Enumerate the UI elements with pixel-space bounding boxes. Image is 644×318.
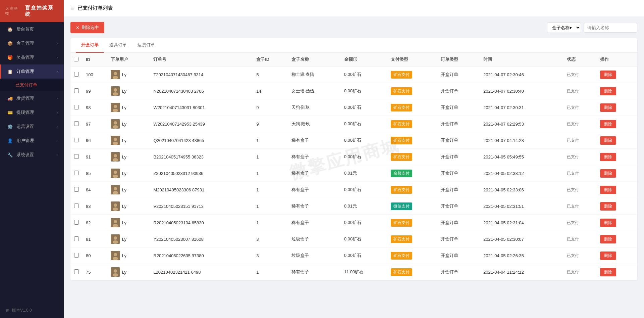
row-checkbox[interactable] [74, 121, 79, 126]
username: Ly [122, 253, 126, 258]
brand-label: 大润科技 [5, 6, 22, 16]
sidebar-item-user[interactable]: 👤 用户管理 › [0, 134, 64, 148]
sidebar-item-withdraw[interactable]: 💳 提现管理 › [0, 105, 64, 120]
row-checkbox[interactable] [74, 171, 79, 175]
row-checkbox[interactable] [74, 236, 79, 241]
row-box-id: 14 [253, 83, 288, 99]
row-checkbox[interactable] [74, 253, 79, 258]
delete-row-button[interactable]: 删除 [600, 120, 616, 128]
pay-type-badge: 矿石支付 [391, 104, 412, 111]
select-all-checkbox[interactable] [74, 57, 78, 61]
col-header-7: 支付类型 [387, 53, 437, 66]
row-checkbox[interactable] [74, 88, 79, 93]
row-order-type: 开盒订单 [437, 99, 480, 116]
box-icon: 📦 [7, 41, 13, 46]
delete-row-button[interactable]: 删除 [600, 252, 616, 260]
tabs-bar: 开盒订单道具订单运费订单 [70, 38, 637, 53]
delete-row-button[interactable]: 删除 [600, 235, 616, 243]
row-checkbox[interactable] [74, 72, 79, 77]
menu-toggle-icon[interactable]: ≡ [70, 5, 74, 12]
svg-point-37 [114, 269, 117, 273]
arrow-icon-box: › [56, 41, 58, 45]
row-user: Ly [107, 132, 150, 149]
row-box-name: 天狗·陆玖 [288, 99, 341, 116]
row-checkbox[interactable] [74, 105, 79, 109]
row-checkbox-cell [70, 149, 83, 165]
row-user: Ly [107, 247, 150, 264]
row-pay-type: 矿石支付 [387, 83, 437, 99]
row-amount: 0.00矿石 [341, 215, 387, 231]
svg-point-26 [113, 208, 118, 211]
row-checkbox[interactable] [74, 203, 79, 208]
sidebar-subitem-paid-orders[interactable]: 已支付订单 [0, 79, 64, 91]
row-actions: 删除 [597, 116, 637, 132]
svg-point-10 [114, 121, 117, 125]
row-amount: 0.00矿石 [341, 99, 387, 116]
row-order-no: V20210405023151 91713 [150, 198, 253, 215]
sidebar-item-ops[interactable]: ⚙️ 运营设置 › [0, 120, 64, 134]
row-box-id: 3 [253, 247, 288, 264]
delete-row-button[interactable]: 删除 [600, 186, 616, 194]
sidebar-item-box[interactable]: 📦 盒子管理 › [0, 36, 64, 50]
svg-point-22 [114, 187, 117, 190]
table-row: 96 Ly Q20210407041423 43865 1 稀有盒子 0.00矿… [70, 132, 637, 149]
row-checkbox[interactable] [74, 154, 79, 159]
svg-point-16 [114, 154, 117, 157]
row-actions: 删除 [597, 132, 637, 149]
table-row: 85 Ly Z20210405023312 90936 1 稀有盒子 0.01元… [70, 165, 637, 182]
pay-type-badge: 矿石支付 [391, 186, 412, 194]
row-checkbox[interactable] [74, 138, 79, 142]
row-pay-type: 矿石支付 [387, 116, 437, 132]
pay-type-badge: 矿石支付 [391, 252, 412, 260]
tab-open[interactable]: 开盒订单 [76, 38, 104, 53]
row-user: Ly [107, 165, 150, 182]
box-name-filter-select[interactable]: 盒子名称▾ [547, 22, 581, 33]
row-checkbox[interactable] [74, 187, 79, 192]
row-time: 2021-04-07 02:29:53 [480, 116, 564, 132]
table-row: 75 Ly L20210402321421 6498 1 稀有盒子 11.00矿… [70, 264, 637, 280]
delete-row-button[interactable]: 删除 [600, 87, 616, 95]
row-id: 75 [83, 264, 107, 280]
tab-ship[interactable]: 运费订单 [132, 38, 160, 53]
table-wrap: ID下单用户订单号盒子ID盒子名称金额ⓘ支付类型订单类型时间状态操作 100 [70, 53, 637, 280]
row-actions: 删除 [597, 99, 637, 116]
app-title: 盲盒抽奖系统 [25, 5, 58, 17]
avatar [111, 70, 120, 79]
row-actions: 删除 [597, 198, 637, 215]
row-id: 82 [83, 215, 107, 231]
row-user: Ly [107, 149, 150, 165]
row-status: 已支付 [564, 247, 597, 264]
row-pay-type: 矿石支付 [387, 149, 437, 165]
tab-prop[interactable]: 道具订单 [104, 38, 132, 53]
delete-row-button[interactable]: 删除 [600, 268, 616, 276]
sidebar-item-home[interactable]: 🏠 后台首页 [0, 22, 64, 36]
delete-selected-button[interactable]: ✕ 删除选中 [70, 22, 104, 33]
row-checkbox[interactable] [74, 220, 79, 225]
delete-icon: ✕ [76, 25, 79, 30]
delete-row-button[interactable]: 删除 [600, 136, 616, 145]
row-checkbox[interactable] [74, 269, 79, 274]
delete-row-button[interactable]: 删除 [600, 169, 616, 178]
row-box-id: 9 [253, 116, 288, 132]
username: Ly [122, 105, 126, 110]
sidebar-item-ship[interactable]: 🚚 发货管理 › [0, 91, 64, 105]
arrow-icon-system: › [56, 153, 58, 157]
username: Ly [122, 237, 126, 242]
delete-row-button[interactable]: 删除 [600, 153, 616, 161]
delete-row-button[interactable]: 删除 [600, 202, 616, 211]
prize-icon: 🎁 [7, 55, 13, 60]
box-name-filter-input[interactable] [584, 23, 637, 33]
delete-row-button[interactable]: 删除 [600, 71, 616, 79]
row-time: 2021-04-05 02:30:07 [480, 231, 564, 247]
sidebar-item-system[interactable]: 🔧 系统设置 › [0, 148, 64, 162]
row-order-type: 开盒订单 [437, 116, 480, 132]
delete-row-button[interactable]: 删除 [600, 219, 616, 227]
row-order-no: L20210402321421 6498 [150, 264, 253, 280]
sidebar-item-label-ship: 发货管理 [16, 95, 34, 101]
sidebar-item-order[interactable]: 📋 订单管理 › [0, 64, 64, 79]
row-id: 91 [83, 149, 107, 165]
delete-row-button[interactable]: 删除 [600, 103, 616, 112]
avatar [111, 218, 120, 227]
sidebar-item-prize[interactable]: 🎁 奖品管理 › [0, 50, 64, 64]
username: Ly [122, 72, 126, 77]
